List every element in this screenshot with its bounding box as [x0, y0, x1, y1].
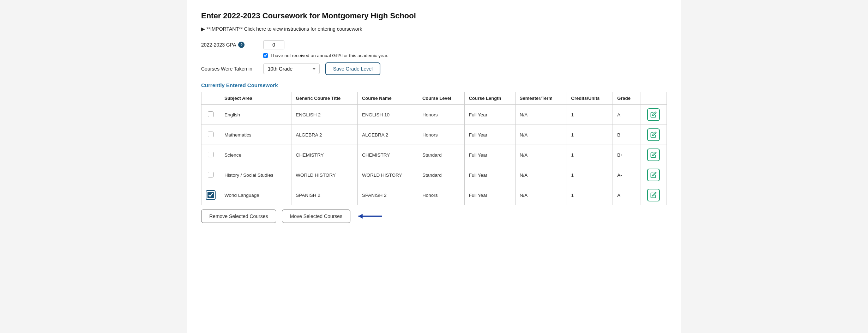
cell-generic-course-title: ENGLISH 2 — [291, 105, 358, 125]
cell-generic-course-title: SPANISH 2 — [291, 185, 358, 205]
coursework-section: Currently Entered Coursework Subject Are… — [201, 82, 667, 223]
courses-taken-row: Courses Were Taken in 9th Grade 10th Gra… — [201, 62, 667, 75]
move-arrow-indicator — [356, 210, 384, 223]
cell-generic-course-title: CHEMISTRY — [291, 145, 358, 165]
row-checkbox[interactable] — [208, 152, 213, 157]
coursework-section-title: Currently Entered Coursework — [201, 82, 667, 88]
cell-subject-area: English — [220, 105, 291, 125]
th-semester-term: Semester/Term — [515, 92, 567, 105]
table-row: EnglishENGLISH 2ENGLISH 10HonorsFull Yea… — [201, 105, 667, 125]
cell-subject-area: Mathematics — [220, 125, 291, 145]
edit-course-button[interactable] — [647, 149, 660, 161]
cell-subject-area: World Language — [220, 185, 291, 205]
row-checkbox-cell — [201, 165, 220, 185]
cell-grade: A — [613, 185, 640, 205]
edit-cell — [640, 185, 667, 205]
cell-semester-term: N/A — [515, 125, 567, 145]
edit-cell — [640, 105, 667, 125]
cell-course-level: Honors — [418, 105, 464, 125]
cell-credits-units: 1 — [567, 105, 613, 125]
table-row: World LanguageSPANISH 2SPANISH 2HonorsFu… — [201, 185, 667, 205]
no-gpa-label: I have not received an annual GPA for th… — [271, 53, 388, 58]
row-checkbox[interactable] — [207, 192, 214, 198]
cell-course-name: ENGLISH 10 — [357, 105, 418, 125]
important-notice-text: ▶ **IMPORTANT** Click here to view instr… — [201, 26, 362, 32]
remove-selected-courses-button[interactable]: Remove Selected Courses — [201, 210, 276, 223]
gpa-input[interactable] — [263, 40, 284, 49]
no-gpa-checkbox[interactable] — [263, 53, 268, 58]
table-header-row: Subject Area Generic Course Title Course… — [201, 92, 667, 105]
row-checkbox-cell — [201, 185, 220, 205]
cell-semester-term: N/A — [515, 165, 567, 185]
edit-cell — [640, 145, 667, 165]
gpa-row: 2022-2023 GPA ? — [201, 40, 667, 49]
cell-grade: A- — [613, 165, 640, 185]
grade-level-select[interactable]: 9th Grade 10th Grade 11th Grade 12th Gra… — [263, 63, 320, 74]
cell-course-length: Full Year — [464, 145, 515, 165]
row-checkbox[interactable] — [208, 172, 213, 177]
cell-course-level: Honors — [418, 125, 464, 145]
cell-grade: A — [613, 105, 640, 125]
cell-course-length: Full Year — [464, 165, 515, 185]
cell-credits-units: 1 — [567, 165, 613, 185]
cell-course-name: CHEMISTRY — [357, 145, 418, 165]
coursework-table: Subject Area Generic Course Title Course… — [201, 92, 667, 205]
page-title: Enter 2022-2023 Coursework for Montgomer… — [201, 11, 667, 20]
edit-cell — [640, 125, 667, 145]
th-subject-area: Subject Area — [220, 92, 291, 105]
row-checkbox-cell — [201, 145, 220, 165]
cell-course-level: Honors — [418, 185, 464, 205]
edit-course-button[interactable] — [647, 108, 660, 121]
gpa-checkbox-row: I have not received an annual GPA for th… — [263, 53, 667, 58]
cell-credits-units: 1 — [567, 125, 613, 145]
cell-course-name: SPANISH 2 — [357, 185, 418, 205]
cell-semester-term: N/A — [515, 185, 567, 205]
cell-course-length: Full Year — [464, 105, 515, 125]
th-course-name: Course Name — [357, 92, 418, 105]
action-row: Remove Selected Courses Move Selected Co… — [201, 205, 667, 223]
checked-checkbox-wrapper — [206, 190, 216, 200]
row-checkbox[interactable] — [208, 111, 213, 117]
cell-grade: B — [613, 125, 640, 145]
cell-course-name: ALGEBRA 2 — [357, 125, 418, 145]
row-checkbox-cell — [201, 125, 220, 145]
cell-subject-area: History / Social Studies — [220, 165, 291, 185]
row-checkbox[interactable] — [208, 132, 213, 137]
edit-course-button[interactable] — [647, 189, 660, 201]
gpa-label: 2022-2023 GPA ? — [201, 42, 258, 48]
cell-course-length: Full Year — [464, 125, 515, 145]
courses-taken-label: Courses Were Taken in — [201, 66, 258, 72]
gpa-help-icon[interactable]: ? — [238, 42, 245, 48]
th-course-length: Course Length — [464, 92, 515, 105]
cell-credits-units: 1 — [567, 145, 613, 165]
move-selected-courses-button[interactable]: Move Selected Courses — [282, 210, 351, 223]
th-actions — [640, 92, 667, 105]
gpa-section: 2022-2023 GPA ? I have not received an a… — [201, 40, 667, 75]
edit-course-button[interactable] — [647, 169, 660, 181]
edit-course-button[interactable] — [647, 128, 660, 141]
cell-course-level: Standard — [418, 165, 464, 185]
edit-cell — [640, 165, 667, 185]
cell-grade: B+ — [613, 145, 640, 165]
table-row: MathematicsALGEBRA 2ALGEBRA 2HonorsFull … — [201, 125, 667, 145]
cell-subject-area: Science — [220, 145, 291, 165]
cell-course-level: Standard — [418, 145, 464, 165]
th-grade: Grade — [613, 92, 640, 105]
svg-marker-1 — [358, 214, 363, 218]
cell-credits-units: 1 — [567, 185, 613, 205]
cell-generic-course-title: WORLD HISTORY — [291, 165, 358, 185]
cell-semester-term: N/A — [515, 145, 567, 165]
table-row: ScienceCHEMISTRYCHEMISTRYStandardFull Ye… — [201, 145, 667, 165]
th-generic-course-title: Generic Course Title — [291, 92, 358, 105]
table-row: History / Social StudiesWORLD HISTORYWOR… — [201, 165, 667, 185]
th-checkbox — [201, 92, 220, 105]
save-grade-level-button[interactable]: Save Grade Level — [325, 62, 380, 75]
important-notice[interactable]: ▶ **IMPORTANT** Click here to view instr… — [201, 26, 667, 32]
cell-generic-course-title: ALGEBRA 2 — [291, 125, 358, 145]
row-checkbox-cell — [201, 105, 220, 125]
th-course-level: Course Level — [418, 92, 464, 105]
cell-semester-term: N/A — [515, 105, 567, 125]
cell-course-name: WORLD HISTORY — [357, 165, 418, 185]
cell-course-length: Full Year — [464, 185, 515, 205]
th-credits-units: Credits/Units — [567, 92, 613, 105]
